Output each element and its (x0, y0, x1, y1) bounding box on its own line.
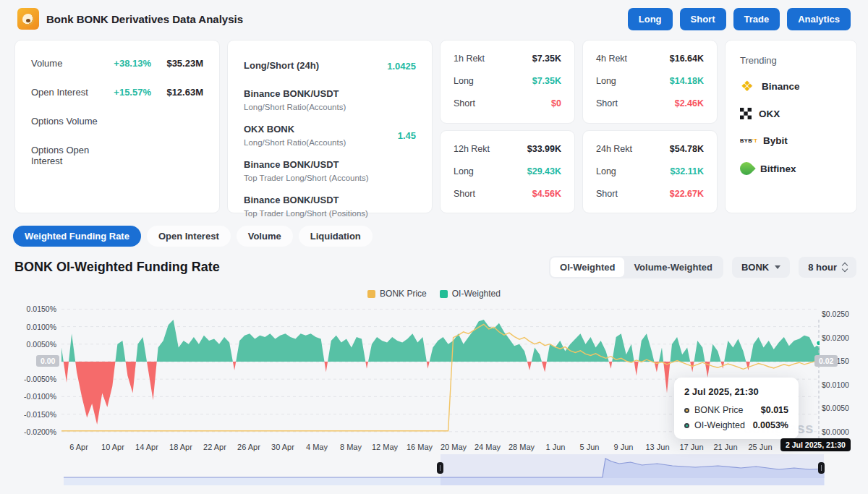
y-axis-tick-right: $0.0000 (822, 427, 865, 436)
rekt-title: 4h Rekt (596, 54, 627, 64)
tooltip-date: 2 Jul 2025, 21:30 (684, 386, 788, 397)
crosshair-date-badge: 2 Jul 2025, 21:30 (780, 438, 851, 451)
trade-button[interactable]: Trade (733, 8, 780, 30)
trending-name: Bybit (763, 135, 788, 146)
chart-header: BONK OI-Weighted Funding Rate OI-Weighte… (14, 256, 856, 278)
section-tabs: Weighted Funding Rate Open Interest Volu… (13, 226, 373, 247)
y-axis-tick-left: 0.0150% (0, 305, 56, 313)
x-axis-tick: 1 Jun (546, 443, 566, 451)
ratio-value: 1.0425 (387, 61, 416, 72)
coin-select[interactable]: BONK (732, 257, 790, 278)
bybit-icon: BYBʹT (740, 137, 756, 144)
tooltip-value: 0.0053% (753, 420, 788, 430)
stats-cards-row: Volume +38.13% $35.23M Open Interest +15… (14, 40, 857, 213)
oi-weighted-dot-icon (684, 423, 689, 428)
brush-right-handle[interactable] (818, 462, 825, 474)
ratio-title: Binance BONK/USDT (244, 88, 373, 101)
x-axis-tick: 5 Jun (580, 443, 600, 451)
bonk-logo-icon (17, 8, 39, 30)
brush-selection[interactable] (441, 454, 824, 485)
rekt-card-4h: 4h Rekt$16.64K Long$14.18K Short$2.46K (582, 40, 718, 124)
tab-liquidation[interactable]: Liquidation (299, 226, 373, 247)
chevron-down-icon (775, 265, 780, 269)
ratio-title: OKX BONK (244, 123, 373, 137)
x-axis-tick: 9 Jun (614, 443, 634, 451)
tooltip-label: BONK Price (694, 405, 743, 415)
long-button[interactable]: Long (628, 8, 673, 30)
trending-name: OKX (759, 108, 780, 119)
x-axis-tick: 16 May (407, 443, 433, 451)
tab-weighted-funding-rate[interactable]: Weighted Funding Rate (13, 226, 141, 247)
up-down-chevrons-icon (843, 263, 847, 271)
legend-oi-weighted[interactable]: OI-Weighted (440, 289, 501, 299)
x-axis-tick: 24 May (475, 443, 501, 451)
x-axis-tick: 20 May (441, 443, 467, 451)
x-axis-tick: 10 Apr (101, 443, 124, 451)
trending-item-okx[interactable]: OKX (740, 108, 842, 119)
x-axis-tick: 6 Apr (69, 443, 88, 451)
ratio-value: 1.45 (398, 130, 416, 141)
short-button[interactable]: Short (680, 8, 726, 30)
stat-label: Volume (31, 58, 99, 69)
crosshair-price-badge: 0.02 (814, 355, 838, 367)
legend-bonk-price[interactable]: BONK Price (367, 289, 427, 299)
analytics-button[interactable]: Analytics (787, 8, 851, 30)
tooltip-row-funding: OI-Weighted 0.0053% (684, 420, 788, 430)
rekt-short-label: Short (454, 98, 475, 108)
stat-label: Options Volume (31, 116, 99, 127)
binance-icon: ❖ (740, 80, 754, 92)
ratio-title: Binance BONK/USDT (244, 158, 373, 172)
stat-label: Open Interest (31, 87, 99, 98)
y-axis-tick-right: $0.0050 (822, 404, 865, 412)
interval-select-value: 8 hour (808, 262, 837, 273)
rekt-card-12h: 12h Rekt$33.99K Long$29.43K Short$4.56K (440, 130, 575, 214)
chart-controls: OI-Weighted Volume-Weighted BONK 8 hour (549, 256, 856, 278)
time-range-brush[interactable] (0, 454, 868, 487)
x-axis-tick: 25 Jun (748, 443, 772, 451)
stat-row-volume: Volume +38.13% $35.23M (31, 58, 203, 69)
zero-value-badge: 0.00 (36, 355, 59, 367)
rekt-long-value: $14.18K (670, 76, 704, 86)
rekt-title: 24h Rekt (596, 144, 632, 154)
ratio-item: Binance BONK/USDT Top Trader Long/Short … (244, 194, 416, 219)
rekt-title: 1h Rekt (454, 54, 485, 64)
ratio-subtitle: Top Trader Long/Short (Positions) (244, 208, 373, 219)
trending-item-bitfinex[interactable]: Bitfinex (740, 162, 842, 175)
rekt-short-value: $0 (551, 98, 561, 108)
x-axis-tick: 26 Apr (237, 443, 260, 451)
rekt-short-label: Short (596, 189, 618, 199)
rekt-short-value: $2.46K (675, 98, 704, 108)
y-axis-tick-left: -0.0200% (0, 427, 56, 436)
ratio-title: Binance BONK/USDT (244, 194, 373, 208)
x-axis-tick: 22 Apr (203, 443, 226, 451)
y-axis-tick-right: $0.0200 (822, 333, 865, 342)
brush-left-handle[interactable] (437, 462, 443, 474)
stat-row-options-volume: Options Volume (31, 116, 203, 127)
legend-label: BONK Price (380, 289, 427, 299)
x-axis-tick: 13 Jun (645, 443, 669, 451)
bitfinex-icon (737, 159, 755, 177)
ratio-title: Long/Short (24h) (244, 59, 373, 73)
rekt-card-24h: 24h Rekt$54.78K Long$32.11K Short$22.67K (582, 130, 718, 214)
trending-item-binance[interactable]: ❖ Binance (740, 80, 842, 92)
trending-item-bybit[interactable]: BYBʹT Bybit (740, 135, 842, 146)
x-axis-tick: 30 Apr (271, 443, 294, 451)
tab-open-interest[interactable]: Open Interest (147, 226, 231, 247)
tab-volume[interactable]: Volume (237, 226, 293, 247)
rekt-short-value: $4.56K (532, 189, 561, 199)
long-short-ratios-card: Long/Short (24h) 1.0425 Binance BONK/USD… (227, 40, 433, 213)
toggle-volume-weighted[interactable]: Volume-Weighted (624, 257, 722, 277)
x-axis-tick: 28 May (509, 443, 535, 451)
funding-rate-chart[interactable]: coinglass 2 Jul 2025, 21:30 BONK Price $… (0, 300, 868, 454)
x-axis-tick: 17 Jun (679, 443, 703, 451)
brush-minimap[interactable] (64, 454, 825, 486)
toggle-oi-weighted[interactable]: OI-Weighted (550, 257, 624, 277)
x-axis: 6 Apr10 Apr14 Apr18 Apr22 Apr26 Apr30 Ap… (0, 443, 868, 454)
rekt-column-2: 4h Rekt$16.64K Long$14.18K Short$2.46K 2… (582, 40, 718, 213)
bonk-price-swatch (367, 290, 375, 298)
tooltip-label: OI-Weighted (694, 420, 745, 430)
rekt-long-label: Long (596, 76, 616, 86)
x-axis-tick: 18 Apr (169, 443, 192, 451)
ratio-subtitle: Top Trader Long/Short (Accounts) (244, 172, 373, 184)
interval-select[interactable]: 8 hour (799, 257, 856, 278)
